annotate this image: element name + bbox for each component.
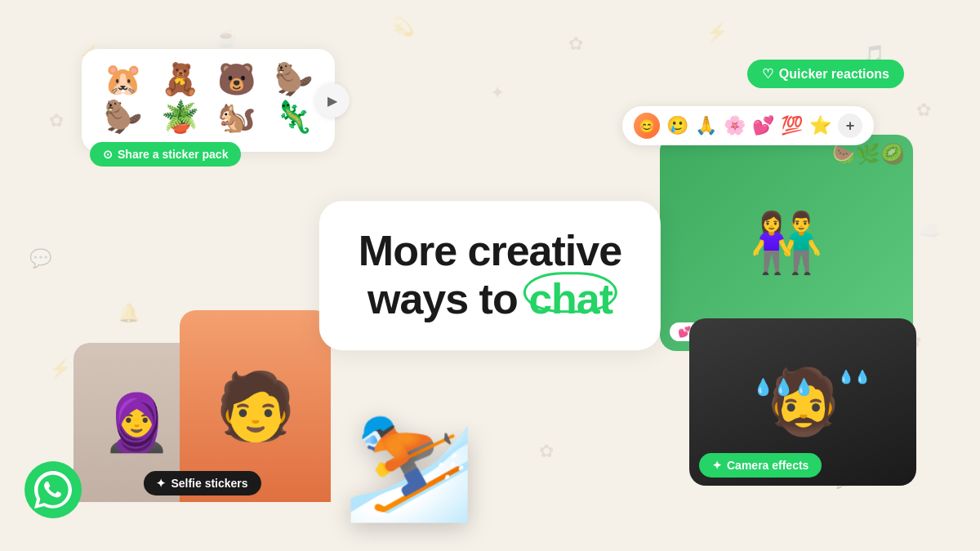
quicker-reactions-label: Quicker reactions <box>779 67 889 82</box>
sticker-6: 🪴 <box>155 101 206 132</box>
sticker-send-button[interactable]: ▶ <box>315 83 350 118</box>
selfie-stickers-badge: ✦ Selfie stickers <box>143 471 261 495</box>
man-face: 🧔 <box>764 365 843 439</box>
main-container: 🐹 🧸 🐻 🦫 🦫 🪴 🐿️ 🦎 ▶ ⊙ Share a sticker pac… <box>0 0 980 551</box>
sticker-2: 🧸 <box>155 64 206 95</box>
people-cutouts: 🧕 🧑 ✦ Selfie stickers <box>74 310 331 502</box>
share-sticker-label: Share a sticker pack <box>118 148 228 161</box>
camera-effects-label: Camera effects <box>727 459 808 472</box>
reaction-emoji-5[interactable]: 💯 <box>781 115 803 136</box>
sticker-8: 🦎 <box>269 101 319 132</box>
reaction-emoji-2[interactable]: 🙏 <box>695 115 717 136</box>
share-sticker-badge: ⊙ Share a sticker pack <box>90 142 241 167</box>
avatar-user: 😊 <box>634 113 660 139</box>
emoji-reaction-bar: 😊 🥲 🙏 🌸 💕 💯 ⭐ + <box>622 106 874 145</box>
sticker-7: 🐿️ <box>212 101 262 132</box>
reaction-emoji-4[interactable]: 💕 <box>752 115 774 136</box>
skier-cutout: ⛷️ <box>343 402 475 527</box>
svg-point-0 <box>24 461 82 518</box>
headline-card: More creative ways to chat <box>319 201 661 351</box>
camera-effects-badge: ✦ Camera effects <box>699 453 822 478</box>
headline-ways-to: ways to <box>368 276 528 323</box>
headline-chat-word: chat <box>528 276 612 325</box>
whatsapp-logo <box>24 461 82 518</box>
sticker-panel: 🐹 🧸 🐻 🦫 🦫 🪴 🐿️ 🦎 ▶ ⊙ Share a sticker pac… <box>82 49 335 152</box>
share-icon: ⊙ <box>103 148 113 161</box>
sticker-grid: 🐹 🧸 🐻 🦫 🦫 🪴 🐿️ 🦎 <box>98 64 318 132</box>
headline-line1: More creative <box>359 227 621 276</box>
sparkle-icon: ✦ <box>712 459 722 472</box>
reaction-emoji-1[interactable]: 🥲 <box>666 115 688 136</box>
sticker-3: 🐻 <box>212 64 262 95</box>
tear-drops: 💧💧💧 <box>753 377 814 397</box>
add-reaction-button[interactable]: + <box>838 113 862 138</box>
headline-line2: ways to chat <box>359 276 621 325</box>
reaction-emoji-3[interactable]: 🌸 <box>724 115 746 136</box>
tear-drops-right: 💧💧 <box>838 369 871 384</box>
sticker-4: 🦫 <box>269 64 319 95</box>
sticker-1: 🐹 <box>98 64 149 95</box>
selfie-stickers-label: Selfie stickers <box>171 477 247 490</box>
reaction-emoji-6[interactable]: ⭐ <box>809 115 831 136</box>
headline-text: More creative ways to chat <box>359 227 621 325</box>
quicker-reactions-badge: ♡ Quicker reactions <box>747 60 904 88</box>
selfie-icon: ✦ <box>156 477 166 490</box>
camera-effects-panel: 🧔 💧💧💧 💧💧 ✦ Camera effects <box>689 318 916 486</box>
food-decoration: 🍉🌿🥝 <box>831 143 905 166</box>
sticker-5: 🦫 <box>98 101 149 132</box>
heart-icon: ♡ <box>762 66 773 82</box>
